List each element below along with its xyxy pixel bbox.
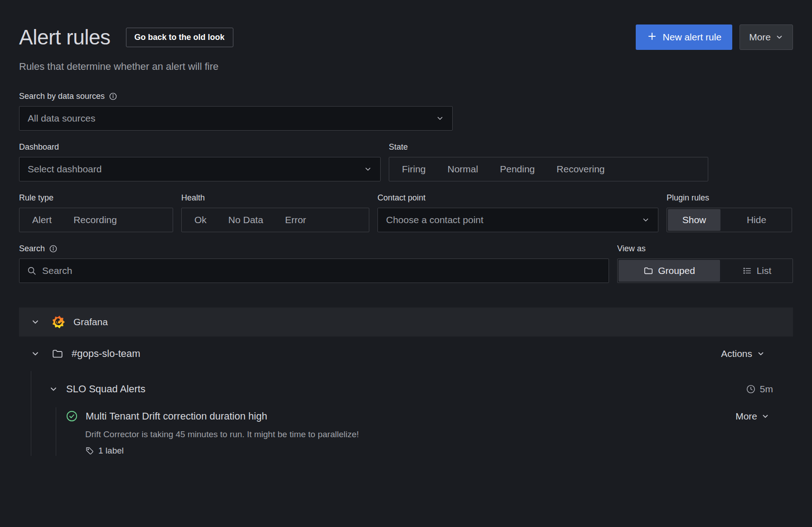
dashboard-label: Dashboard	[19, 142, 381, 152]
info-circle-icon[interactable]	[49, 244, 58, 253]
evaluation-group-name[interactable]: SLO Squad Alerts	[66, 383, 145, 395]
search-input[interactable]	[42, 265, 601, 276]
datasource-select[interactable]: All data sources	[19, 106, 453, 131]
tree-indent-guide	[31, 371, 31, 456]
chevron-down-icon[interactable]	[31, 349, 40, 358]
search-box	[19, 259, 609, 283]
health-label: Health	[181, 193, 369, 203]
view-as-option-grouped[interactable]: Grouped	[619, 260, 720, 282]
view-as-grouped-label: Grouped	[658, 265, 695, 276]
folder-row[interactable]: #gops-slo-team Actions	[19, 337, 793, 371]
type-health-contact-row: Rule type Alert Recording Health Ok No D…	[19, 193, 793, 232]
page-title: Alert rules	[19, 25, 111, 49]
evaluation-interval-value: 5m	[760, 384, 773, 395]
plugin-rules-label: Plugin rules	[667, 193, 792, 203]
contact-point-placeholder: Choose a contact point	[386, 215, 642, 225]
plus-icon	[647, 31, 657, 44]
contact-point-filter: Contact point Choose a contact point	[377, 193, 658, 232]
state-option-firing[interactable]: Firing	[391, 157, 437, 181]
plugin-rules-filter: Plugin rules Show Hide	[667, 193, 792, 232]
datasource-label: Search by data sources	[19, 92, 105, 101]
datasource-filter: Search by data sources All data sources	[19, 92, 453, 131]
state-filter: State Firing Normal Pending Recovering	[389, 142, 708, 181]
chevron-down-icon	[761, 412, 769, 420]
health-button-group: Ok No Data Error	[181, 208, 369, 232]
folder-icon	[643, 266, 653, 276]
search-icon	[27, 266, 37, 276]
datasource-label-row: Search by data sources	[19, 92, 453, 101]
state-option-recovering[interactable]: Recovering	[546, 157, 615, 181]
dashboard-state-row: Dashboard Select dashboard State Firing …	[19, 142, 793, 181]
rule-type-option-alert[interactable]: Alert	[21, 208, 63, 232]
search-label-row: Search	[19, 244, 609, 254]
chevron-down-icon	[757, 350, 765, 358]
page-subtitle: Rules that determine whether an alert wi…	[19, 61, 793, 73]
alert-rule-name[interactable]: Multi Tenant Drift correction duration h…	[86, 410, 267, 422]
old-look-button[interactable]: Go back to the old look	[126, 28, 233, 47]
view-as-label: View as	[617, 244, 793, 254]
health-option-error[interactable]: Error	[274, 208, 317, 232]
alert-rules-tree: Grafana #gops-slo-team Actions SLO S	[19, 307, 793, 456]
list-icon	[742, 266, 752, 276]
folder-name[interactable]: #gops-slo-team	[72, 348, 140, 360]
dashboard-select[interactable]: Select dashboard	[19, 157, 381, 181]
alert-rule-more-label: More	[735, 411, 757, 422]
folder-actions-button[interactable]: Actions	[721, 348, 781, 359]
datasource-section-row[interactable]: Grafana	[19, 307, 793, 337]
datasource-select-value: All data sources	[28, 113, 436, 124]
health-filter: Health Ok No Data Error	[181, 193, 369, 232]
contact-point-label: Contact point	[377, 193, 658, 203]
header-more-button[interactable]: More	[740, 24, 793, 50]
alert-rule-title-row: Multi Tenant Drift correction duration h…	[66, 410, 793, 422]
datasource-section-name: Grafana	[73, 317, 108, 327]
folder-icon	[52, 348, 63, 360]
search-viewas-row: Search View as	[19, 244, 793, 283]
header-more-label: More	[749, 32, 771, 43]
alert-rule-more-button[interactable]: More	[735, 411, 793, 422]
chevron-down-icon[interactable]	[31, 317, 40, 327]
plugin-rules-option-hide[interactable]: Hide	[722, 209, 791, 231]
view-as-toggle: Grouped List	[617, 259, 793, 283]
chevron-down-icon[interactable]	[49, 385, 58, 394]
dashboard-filter: Dashboard Select dashboard	[19, 142, 381, 181]
state-label: State	[389, 142, 708, 152]
chevron-down-icon	[436, 114, 444, 122]
chevron-down-icon	[642, 216, 650, 224]
grafana-logo-icon	[52, 315, 65, 329]
new-alert-rule-label: New alert rule	[663, 32, 722, 43]
check-circle-icon	[66, 410, 78, 422]
chevron-down-icon	[775, 33, 783, 41]
search-label: Search	[19, 244, 45, 254]
state-option-normal[interactable]: Normal	[437, 157, 489, 181]
alert-rule-description: Drift Corrector is taking 45 minutes to …	[85, 429, 793, 439]
view-as-option-list[interactable]: List	[722, 260, 792, 282]
new-alert-rule-button[interactable]: New alert rule	[636, 24, 733, 50]
contact-point-select[interactable]: Choose a contact point	[377, 208, 658, 232]
alert-rule-labels-text: 1 label	[98, 446, 124, 456]
rule-type-filter: Rule type Alert Recording	[19, 193, 173, 232]
view-as-list-label: List	[757, 265, 772, 276]
plugin-rules-option-show[interactable]: Show	[668, 209, 720, 231]
alert-rule-labels[interactable]: 1 label	[85, 446, 793, 456]
rule-type-label: Rule type	[19, 193, 173, 203]
header-actions: New alert rule More	[636, 24, 793, 50]
tag-icon	[85, 446, 94, 455]
state-option-pending[interactable]: Pending	[489, 157, 546, 181]
alert-rules-page: Alert rules Go back to the old look New …	[0, 24, 812, 456]
health-option-nodata[interactable]: No Data	[218, 208, 274, 232]
rule-type-option-recording[interactable]: Recording	[63, 208, 128, 232]
plugin-rules-toggle: Show Hide	[667, 208, 792, 232]
tree-indent-guide	[56, 407, 56, 456]
view-as-filter: View as Grouped List	[617, 244, 793, 283]
health-option-ok[interactable]: Ok	[184, 208, 218, 232]
dashboard-select-placeholder: Select dashboard	[28, 164, 364, 175]
filters-section: Search by data sources All data sources …	[19, 92, 793, 283]
folder-actions-label: Actions	[721, 348, 752, 359]
alert-rule-item: Multi Tenant Drift correction duration h…	[19, 407, 793, 456]
page-header: Alert rules Go back to the old look New …	[19, 24, 793, 50]
chevron-down-icon	[364, 165, 372, 173]
search-filter: Search	[19, 244, 609, 283]
state-button-group: Firing Normal Pending Recovering	[389, 157, 708, 181]
evaluation-group-row[interactable]: SLO Squad Alerts 5m	[19, 371, 793, 407]
info-circle-icon[interactable]	[109, 92, 117, 101]
